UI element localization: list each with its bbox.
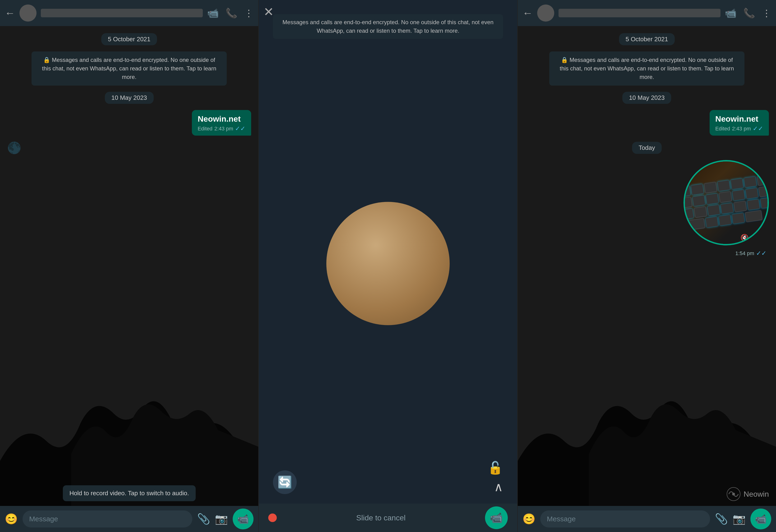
- mid-chevron-icon: ∧: [494, 480, 503, 494]
- neowin-watermark: Neowin: [727, 487, 769, 501]
- left-header: ← 📹 📞 ⋮: [0, 0, 258, 26]
- left-menu-icon[interactable]: ⋮: [244, 8, 253, 18]
- right-chat-area: 5 October 2021 🔒 Messages and calls are …: [518, 26, 776, 506]
- right-camera-icon[interactable]: 📷: [733, 513, 746, 525]
- mid-bottom-bar: Slide to cancel 📹: [259, 504, 517, 532]
- left-bubble-meta: Edited 2:43 pm ✓✓: [198, 125, 245, 132]
- left-input-bar: 😊 Message 📎 📷 📹: [0, 506, 258, 532]
- mid-slide-cancel: Slide to cancel: [356, 514, 406, 522]
- right-panel: ← 📹 📞 ⋮ 5 October 2021 🔒 Messages and ca…: [518, 0, 776, 532]
- video-duration-text: 0:03: [751, 234, 763, 241]
- left-date-pill-1: 5 October 2021: [101, 33, 157, 45]
- right-video-read-receipt: ✓✓: [756, 250, 767, 257]
- left-bubble-time: 2:43 pm: [214, 125, 233, 132]
- right-input-bar: 😊 Message 📎 📷 📹: [518, 506, 776, 532]
- right-avatar: [537, 4, 554, 22]
- left-chat-area: 5 October 2021 🔒 Messages and calls are …: [0, 26, 258, 506]
- right-video-send-time: 1:54 pm: [735, 250, 754, 257]
- mid-video-circle: [326, 202, 450, 325]
- right-menu-icon[interactable]: ⋮: [762, 8, 771, 18]
- left-camera-icon[interactable]: 📷: [215, 513, 228, 525]
- right-header-icons: 📹 📞 ⋮: [725, 8, 771, 19]
- left-system-message: 🔒 Messages and calls are end-to-end encr…: [31, 51, 227, 85]
- left-back-button[interactable]: ←: [5, 7, 15, 19]
- mid-flip-icon: 🔄: [277, 475, 292, 489]
- left-bubble-name: Neowin.net: [198, 114, 240, 123]
- mid-record-button[interactable]: 📹: [485, 506, 508, 529]
- right-date-pill-1: 5 October 2021: [619, 33, 675, 45]
- right-attach-icon[interactable]: 📎: [715, 513, 728, 525]
- left-read-receipt: ✓✓: [235, 125, 245, 132]
- mid-system-message: Messages and calls are end-to-end encryp…: [273, 14, 503, 39]
- right-phone-icon[interactable]: 📞: [743, 8, 755, 19]
- left-input-placeholder: Message: [29, 515, 58, 523]
- right-record-button[interactable]: 📹: [750, 509, 771, 529]
- left-header-icons: 📹 📞 ⋮: [207, 8, 253, 19]
- right-contact-name: [559, 9, 721, 17]
- right-spacer: [525, 261, 769, 501]
- mid-panel: ✕ Messages and calls are end-to-end encr…: [259, 0, 518, 532]
- left-sent-bubble[interactable]: Neowin.net Edited 2:43 pm ✓✓: [192, 110, 251, 136]
- right-video-call-icon[interactable]: 📹: [725, 8, 737, 19]
- right-edited-label: Edited: [715, 125, 730, 132]
- left-panel: ← 📹 📞 ⋮ 5 October 2021 🔒 Messages and ca…: [0, 0, 259, 532]
- right-video-thumbnail: 🔇 0:03: [684, 160, 769, 245]
- right-video-message[interactable]: 🔇 0:03 1:54 pm ✓✓: [684, 160, 769, 257]
- left-attach-icon[interactable]: 📎: [197, 513, 210, 525]
- right-bubble-meta: Edited 2:43 pm ✓✓: [715, 125, 763, 132]
- left-avatar: [19, 4, 36, 22]
- video-duration-display: 🔇 0:03: [740, 234, 763, 242]
- left-video-call-icon[interactable]: 📹: [207, 8, 219, 19]
- left-date-pill-2: 10 May 2023: [105, 92, 154, 104]
- mid-close-button[interactable]: ✕: [263, 5, 274, 19]
- right-read-receipt: ✓✓: [753, 125, 763, 132]
- mic-off-icon: 🔇: [740, 234, 749, 242]
- left-edited-label: Edited: [198, 125, 212, 132]
- right-system-message: 🔒 Messages and calls are end-to-end encr…: [549, 51, 745, 85]
- keyboard-visual: [685, 162, 767, 244]
- left-contact-name: [41, 9, 203, 17]
- left-emoji-icon[interactable]: 😊: [5, 513, 18, 525]
- left-record-icon: 📹: [237, 514, 249, 525]
- left-sticker: 🌑: [7, 141, 251, 155]
- left-spacer: [7, 159, 251, 482]
- right-header: ← 📹 📞 ⋮: [518, 0, 776, 26]
- left-phone-icon[interactable]: 📞: [225, 8, 237, 19]
- right-sent-bubble[interactable]: Neowin.net Edited 2:43 pm ✓✓: [710, 110, 769, 136]
- right-date-pill-2: 10 May 2023: [622, 92, 671, 104]
- svg-point-1: [732, 493, 735, 496]
- mid-lock-icon: 🔓: [488, 461, 503, 475]
- left-message-input[interactable]: Message: [22, 510, 192, 528]
- mid-camera-flip-button[interactable]: 🔄: [273, 470, 297, 494]
- right-bubble-name: Neowin.net: [715, 114, 758, 123]
- right-today-pill: Today: [632, 142, 662, 154]
- right-video-time: 1:54 pm ✓✓: [735, 250, 767, 257]
- left-record-button[interactable]: 📹: [233, 509, 253, 529]
- right-back-button[interactable]: ←: [523, 7, 533, 19]
- right-video-inner: 🔇 0:03: [685, 162, 767, 244]
- mid-record-icon: 📹: [490, 512, 503, 524]
- right-bubble-time: 2:43 pm: [732, 125, 751, 132]
- right-message-input[interactable]: Message: [540, 510, 710, 528]
- left-tooltip: Hold to record video. Tap to switch to a…: [63, 485, 196, 501]
- mid-recording-indicator: [268, 514, 277, 522]
- right-input-placeholder: Message: [547, 515, 576, 523]
- neowin-logo-icon: [727, 487, 741, 501]
- neowin-text: Neowin: [744, 490, 769, 499]
- right-emoji-icon[interactable]: 😊: [523, 513, 536, 525]
- right-record-icon: 📹: [755, 514, 767, 525]
